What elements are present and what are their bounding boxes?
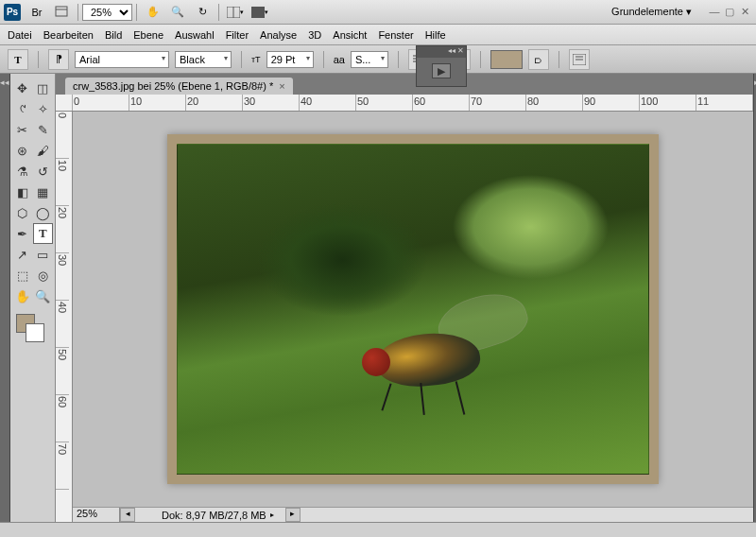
bridge-button[interactable]: Br (26, 3, 47, 22)
menu-ansicht[interactable]: Ansicht (333, 29, 367, 41)
minibridge-button[interactable] (51, 3, 72, 22)
path-select-tool[interactable]: ↗ (12, 244, 33, 265)
menu-auswahl[interactable]: Auswahl (175, 29, 215, 41)
zoom-select[interactable]: 25% (82, 4, 132, 21)
document-tab-title: crw_3583.jpg bei 25% (Ebene 1, RGB/8#) * (73, 80, 273, 92)
minimize-button[interactable]: — (707, 6, 722, 18)
3d-tool[interactable]: ⬚ (12, 265, 33, 286)
menu-bild[interactable]: Bild (105, 29, 122, 41)
status-doc-info[interactable]: Dok: 8,97 MB/27,8 MB▸ (154, 508, 282, 522)
scroll-left-icon[interactable]: ◂ (120, 508, 135, 522)
font-size-select[interactable]: 29 Pt (266, 51, 314, 68)
font-style-select[interactable]: Black (175, 51, 232, 68)
eraser-tool[interactable]: ◧ (12, 182, 33, 202)
left-dock-collapse[interactable]: ◂◂ (0, 74, 10, 522)
gradient-tool[interactable]: ▦ (33, 182, 54, 202)
status-bar (0, 522, 756, 537)
workspace-switcher[interactable]: Grundelemente ▾ (606, 4, 697, 20)
history-brush-tool[interactable]: ↺ (33, 161, 54, 182)
crop-tool[interactable]: ✂ (12, 119, 33, 140)
title-bar: Ps Br 25% ✋ 🔍 ↻ ▾ ▾ Grundelemente ▾ — ▢ … (0, 0, 756, 25)
stamp-tool[interactable]: ⚗ (12, 161, 33, 182)
toolbox: ✥◫ ୯✧ ✂✎ ⊛🖌 ⚗↺ ◧▦ ⬡◯ ✒T ↗▭ ⬚◎ ✋🔍 (10, 74, 56, 522)
screen-mode-button[interactable]: ▾ (249, 3, 270, 22)
hand-tool-button[interactable]: ✋ (143, 3, 163, 22)
options-bar: T ⁋ Arial Black тT 29 Pt aa S... ⫐ ◂◂✕ ▶ (0, 45, 756, 74)
shape-tool[interactable]: ▭ (33, 244, 54, 265)
window-controls: — ▢ ✕ (707, 6, 752, 18)
menu-3d[interactable]: 3D (308, 29, 321, 41)
main-area: ◂◂ ✥◫ ୯✧ ✂✎ ⊛🖌 ⚗↺ ◧▦ ⬡◯ ✒T ↗▭ ⬚◎ ✋🔍 crw_… (0, 74, 756, 522)
3d-camera-tool[interactable]: ◎ (33, 265, 54, 286)
warp-text-button[interactable]: ⫐ (528, 49, 549, 70)
eyedropper-tool[interactable]: ✎ (33, 119, 54, 140)
tool-preset-button[interactable]: T (8, 49, 28, 70)
brush-tool[interactable]: 🖌 (33, 140, 54, 161)
play-button[interactable]: ▶ (432, 63, 451, 78)
canvas-viewport[interactable] (73, 112, 753, 507)
menu-hilfe[interactable]: Hilfe (425, 29, 446, 41)
floating-panel[interactable]: ◂◂✕ ▶ (416, 45, 467, 87)
close-tab-icon[interactable]: × (279, 80, 284, 92)
canvas-area: crw_3583.jpg bei 25% (Ebene 1, RGB/8#) *… (56, 74, 753, 522)
svg-rect-14 (573, 54, 586, 65)
menu-datei[interactable]: Datei (8, 29, 32, 41)
antialias-label: aa (334, 54, 345, 65)
marquee-tool[interactable]: ◫ (33, 78, 54, 98)
zoom-tool[interactable]: 🔍 (33, 286, 54, 306)
close-button[interactable]: ✕ (737, 6, 752, 18)
svg-rect-2 (227, 7, 240, 18)
hand-tool[interactable]: ✋ (12, 286, 33, 306)
text-orientation-button[interactable]: ⁋ (48, 49, 69, 70)
blur-tool[interactable]: ⬡ (12, 202, 33, 223)
document-image[interactable] (177, 144, 649, 475)
menu-fenster[interactable]: Fenster (378, 29, 413, 41)
panel-close-icon[interactable]: ✕ (457, 46, 464, 58)
wand-tool[interactable]: ✧ (33, 98, 54, 119)
background-color[interactable] (26, 323, 44, 342)
panel-collapse-icon[interactable]: ◂◂ (448, 46, 455, 58)
lasso-tool[interactable]: ୯ (12, 98, 33, 119)
pen-tool[interactable]: ✒ (12, 223, 33, 244)
svg-rect-4 (251, 7, 265, 18)
menu-analyse[interactable]: Analyse (260, 29, 297, 41)
rotate-view-button[interactable]: ↻ (192, 3, 213, 22)
document-tabs: crw_3583.jpg bei 25% (Ebene 1, RGB/8#) *… (56, 74, 753, 95)
menu-bar: Datei Bearbeiten Bild Ebene Auswahl Filt… (0, 25, 756, 45)
document-tab[interactable]: crw_3583.jpg bei 25% (Ebene 1, RGB/8#) *… (65, 78, 293, 95)
app-icon: Ps (4, 4, 21, 21)
text-color-swatch[interactable] (490, 50, 523, 69)
character-panel-button[interactable] (569, 49, 590, 70)
scroll-right-icon[interactable]: ▸ (285, 508, 301, 522)
image-frame (167, 134, 659, 484)
zoom-tool-button[interactable]: 🔍 (167, 3, 188, 22)
maximize-button[interactable]: ▢ (722, 6, 737, 18)
status-zoom[interactable]: 25% (73, 508, 120, 522)
scrollbar-horizontal[interactable]: 25% ◂ Dok: 8,97 MB/27,8 MB▸ ▸ (73, 507, 753, 522)
menu-bearbeiten[interactable]: Bearbeiten (43, 29, 94, 41)
font-size-icon: тT (251, 55, 261, 64)
menu-filter[interactable]: Filter (226, 29, 249, 41)
ruler-horizontal: 010203040506070809010011 (56, 95, 753, 112)
ruler-vertical: 010203040506070 (56, 112, 73, 522)
svg-rect-0 (56, 7, 67, 16)
move-tool[interactable]: ✥ (12, 78, 33, 98)
heal-tool[interactable]: ⊛ (12, 140, 33, 161)
menu-ebene[interactable]: Ebene (133, 29, 163, 41)
dodge-tool[interactable]: ◯ (33, 202, 54, 223)
arrange-docs-button[interactable]: ▾ (225, 3, 246, 22)
font-family-select[interactable]: Arial (75, 51, 169, 68)
color-swatches[interactable] (12, 314, 53, 346)
type-tool[interactable]: T (33, 223, 54, 244)
antialias-select[interactable]: S... (351, 51, 388, 68)
